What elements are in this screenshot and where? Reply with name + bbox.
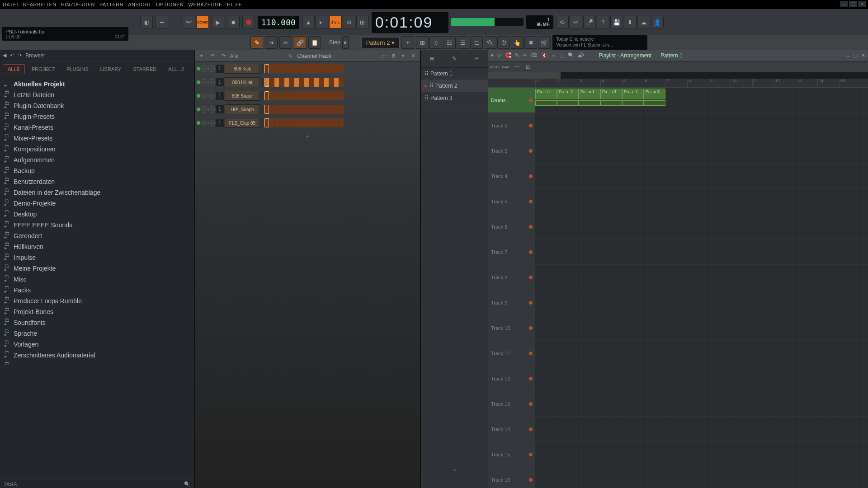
snap-dropdown-icon[interactable]: ▾ bbox=[342, 36, 349, 49]
track-lane[interactable] bbox=[535, 138, 868, 164]
step-button[interactable] bbox=[339, 105, 344, 114]
step-button[interactable] bbox=[274, 64, 279, 73]
channel-led-icon[interactable] bbox=[197, 94, 200, 98]
pattern-add-icon[interactable]: + bbox=[401, 36, 414, 49]
step-button[interactable] bbox=[329, 64, 334, 73]
track-mute-icon[interactable] bbox=[529, 326, 533, 330]
browser-item[interactable]: Plugin-Presets bbox=[0, 111, 194, 122]
track-header[interactable]: Track 10 bbox=[488, 315, 535, 341]
midi-in-icon[interactable]: 🎤 bbox=[583, 16, 596, 28]
rack-menu-icon[interactable]: ▾ bbox=[198, 52, 206, 60]
playlist-grid[interactable]: Pa...n 1Pa...n 2Pa...n 1Pa...n 3Pa...n 1… bbox=[535, 88, 868, 488]
step-button[interactable] bbox=[319, 91, 324, 100]
playlist-select-icon[interactable]: ⬚ bbox=[560, 52, 564, 58]
browser-tab-library[interactable]: LIBRARY bbox=[95, 64, 127, 74]
browser-item[interactable]: Aufgenommen bbox=[0, 155, 194, 165]
playlist-sync-icon[interactable]: ⟳ bbox=[497, 52, 501, 58]
step-button[interactable] bbox=[334, 78, 339, 87]
browser-item[interactable]: Impulse bbox=[0, 252, 194, 263]
step-button[interactable] bbox=[264, 118, 269, 127]
step-button[interactable] bbox=[329, 105, 334, 114]
browser-tags-label[interactable]: TAGS bbox=[4, 482, 17, 487]
step-button[interactable] bbox=[269, 64, 274, 73]
browser-item[interactable]: Packs bbox=[0, 285, 194, 296]
browser-item[interactable]: Projekt-Bones bbox=[0, 306, 194, 317]
track-mute-icon[interactable] bbox=[529, 99, 533, 102]
countdown-icon[interactable]: 3 2 1 bbox=[329, 16, 342, 28]
channel-pan-knob[interactable] bbox=[201, 120, 208, 126]
pl-tool-grid-icon[interactable]: ⊞ bbox=[523, 62, 533, 71]
step-button[interactable] bbox=[269, 78, 274, 87]
rack-fwd-icon[interactable]: ↷ bbox=[219, 52, 227, 60]
channel-number[interactable]: 1 bbox=[216, 78, 224, 86]
menu-ansicht[interactable]: ANSICHT bbox=[128, 2, 151, 7]
playlist-clip[interactable]: Pa...n 3 bbox=[600, 89, 622, 99]
step-button[interactable] bbox=[284, 78, 289, 87]
track-mute-icon[interactable] bbox=[529, 301, 533, 305]
browser-item[interactable]: Zerschnittenes Audiomaterial bbox=[0, 350, 194, 361]
step-button[interactable] bbox=[329, 91, 334, 100]
stop-button[interactable]: ■ bbox=[227, 16, 240, 28]
track-header[interactable]: Track 11 bbox=[488, 341, 535, 366]
track-lane[interactable] bbox=[535, 467, 868, 488]
step-button[interactable] bbox=[279, 118, 284, 127]
step-button[interactable] bbox=[289, 91, 294, 100]
track-lane[interactable] bbox=[535, 265, 868, 290]
tool-stamp-icon[interactable]: 📋 bbox=[308, 36, 321, 49]
rack-group[interactable]: Alle bbox=[230, 53, 238, 59]
step-button[interactable] bbox=[269, 91, 274, 100]
track-lane[interactable]: Pa...n 1Pa...n 2Pa...n 1Pa...n 3Pa...n 1… bbox=[535, 88, 868, 113]
step-button[interactable] bbox=[334, 105, 339, 114]
step-button[interactable] bbox=[264, 105, 269, 114]
channel-number[interactable]: 1 bbox=[216, 65, 224, 73]
track-mute-icon[interactable] bbox=[529, 200, 533, 203]
track-header[interactable]: Track 13 bbox=[488, 391, 535, 417]
track-mute-icon[interactable] bbox=[529, 174, 533, 178]
patpick-tool1-icon[interactable]: ⊞ bbox=[430, 56, 434, 61]
browser-tab-starred[interactable]: STARRED bbox=[128, 64, 161, 74]
step-button[interactable] bbox=[319, 105, 324, 114]
step-button[interactable] bbox=[299, 118, 304, 127]
playlist-play-icon[interactable]: 🔊 bbox=[578, 52, 584, 58]
channel-name-button[interactable]: 808 Kick bbox=[225, 64, 260, 74]
step-button[interactable] bbox=[324, 78, 329, 87]
tempo-display[interactable]: 110.000 bbox=[258, 16, 299, 29]
step-button[interactable] bbox=[334, 118, 339, 127]
step-button[interactable] bbox=[274, 118, 279, 127]
track-header[interactable]: Track 5 bbox=[488, 189, 535, 214]
track-header[interactable]: Track 2 bbox=[488, 113, 535, 138]
loop-record-icon[interactable]: ⊞ bbox=[356, 16, 369, 28]
step-button[interactable] bbox=[304, 118, 309, 127]
channel-pan-knob[interactable] bbox=[201, 93, 208, 99]
window-minimize-icon[interactable]: – bbox=[840, 1, 848, 7]
ruler-tick[interactable]: 13 bbox=[796, 79, 817, 87]
menu-hilfe[interactable]: HILFE bbox=[227, 2, 242, 7]
channel-select[interactable] bbox=[261, 78, 264, 87]
browser-item[interactable]: Gerendert bbox=[0, 230, 194, 241]
channel-name-button[interactable]: FLS_Clap 05 bbox=[225, 118, 260, 128]
step-button[interactable] bbox=[289, 118, 294, 127]
playlist-min-icon[interactable]: – bbox=[847, 53, 849, 58]
account-icon[interactable]: 👤 bbox=[651, 16, 664, 28]
step-button[interactable] bbox=[299, 64, 304, 73]
step-button[interactable] bbox=[334, 91, 339, 100]
view-playlist-icon[interactable]: ⊞ bbox=[416, 36, 429, 49]
step-button[interactable] bbox=[269, 105, 274, 114]
step-button[interactable] bbox=[304, 78, 309, 87]
browser-tab-plugins[interactable]: PLUGINS bbox=[61, 64, 93, 74]
browser-item[interactable]: Benutzerdaten bbox=[0, 176, 194, 187]
browser-tree[interactable]: Aktuelles ProjektLetzte DateienPlugin-Da… bbox=[0, 77, 194, 478]
undo-icon[interactable]: ⟲ bbox=[556, 16, 569, 28]
ruler-tick[interactable]: 10 bbox=[731, 79, 752, 87]
tool-paint-icon[interactable]: ➜ bbox=[265, 36, 278, 49]
browser-item[interactable]: Sprache bbox=[0, 328, 194, 339]
browser-item[interactable]: Kompositionen bbox=[0, 144, 194, 155]
playlist-menu-icon[interactable]: ▾ bbox=[491, 52, 494, 58]
browser-item[interactable]: Plugin-Datenbank bbox=[0, 100, 194, 111]
render-icon[interactable]: ⬇ bbox=[624, 16, 637, 28]
step-button[interactable] bbox=[289, 105, 294, 114]
playlist-crumb-arrangement[interactable]: Playlist - Arrangement bbox=[599, 52, 651, 59]
ruler-tick[interactable]: 12 bbox=[774, 79, 796, 87]
view-browser-icon[interactable]: 🗀 bbox=[470, 36, 483, 49]
step-button[interactable] bbox=[314, 91, 319, 100]
